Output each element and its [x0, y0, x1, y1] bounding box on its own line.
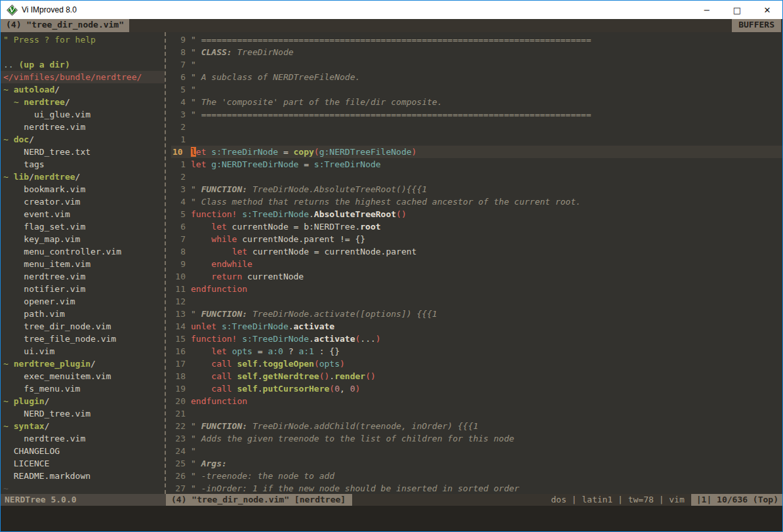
code-line[interactable]: 16 let opts = a:0 ? a:1 : {}: [171, 345, 782, 358]
code-line[interactable]: 23" Adds the given treenode to the list …: [171, 432, 782, 445]
code-line[interactable]: 14unlet s:TreeDirNode.activate: [171, 320, 782, 333]
tree-item[interactable]: [3, 46, 165, 58]
code-token-id: g:NERDTreeDirNode: [211, 159, 298, 169]
code-line[interactable]: 5function! s:TreeDirNode.AbsoluteTreeRoo…: [171, 208, 782, 220]
code-line[interactable]: 3" =====================================…: [171, 108, 782, 121]
code-line[interactable]: 27" -inOrder: 1 if the new node should b…: [171, 482, 782, 494]
tree-item[interactable]: ~ doc/: [3, 133, 165, 146]
tree-item[interactable]: tree_file_node.vim: [3, 333, 165, 345]
tree-item[interactable]: opener.vim: [3, 295, 165, 308]
tree-item[interactable]: ui_glue.vim: [3, 108, 165, 121]
tree-item[interactable]: nerdtree.vim: [3, 270, 165, 283]
tree-item[interactable]: flag_set.vim: [3, 220, 165, 233]
buffers-label[interactable]: BUFFERS: [732, 19, 781, 32]
code-line[interactable]: 1let g:NERDTreeDirNode = s:TreeDirNode: [171, 158, 782, 171]
tree-item[interactable]: bookmark.vim: [3, 183, 165, 195]
nerdtree-pane: " Press ? for help.. (up a dir)</vimfile…: [1, 32, 165, 494]
tree-item[interactable]: " Press ? for help: [3, 33, 165, 46]
code-line[interactable]: 25" Args:: [171, 457, 782, 470]
code-line[interactable]: 7": [171, 58, 782, 71]
tree-item[interactable]: exec_menuitem.vim: [3, 370, 165, 382]
command-line[interactable]: [1, 506, 782, 531]
tree-item[interactable]: .. (up a dir): [3, 58, 165, 71]
tree-item[interactable]: notifier.vim: [3, 283, 165, 295]
tree-item[interactable]: ui.vim: [3, 345, 165, 358]
code-line[interactable]: 26" -treenode: the node to add: [171, 470, 782, 482]
code-line[interactable]: 7 while currentNode.parent != {}: [171, 233, 782, 245]
tree-item[interactable]: nerdtree.vim: [3, 121, 165, 133]
code-text: ": [191, 58, 782, 71]
tree-item[interactable]: ~ nerdtree/: [3, 96, 165, 108]
tree-item[interactable]: ~ lib/nerdtree/: [3, 171, 165, 183]
tree-root-path[interactable]: </vimfiles/bundle/nerdtree/: [1, 71, 165, 83]
code-line[interactable]: 15function! s:TreeDirNode.activate(...): [171, 333, 782, 345]
tree-item[interactable]: ~ nerdtree_plugin/: [3, 358, 165, 370]
tree-item[interactable]: tree_dir_node.vim: [3, 320, 165, 333]
code-line[interactable]: 3" FUNCTION: TreeDirNode.AbsoluteTreeRoo…: [171, 183, 782, 195]
tree-item[interactable]: event.vim: [3, 208, 165, 220]
code-token-id: opts: [232, 346, 252, 356]
line-number: 7: [171, 233, 191, 245]
code-text: let opts = a:0 ? a:1 : {}: [191, 345, 782, 358]
code-text: [191, 407, 782, 420]
tree-item[interactable]: fs_menu.vim: [3, 382, 165, 395]
code-line[interactable]: 18 call self.getNerdtree().render(): [171, 370, 782, 382]
code-line[interactable]: 22" FUNCTION: TreeDirNode.addChild(treen…: [171, 420, 782, 432]
code-token-kw: call: [211, 359, 231, 369]
code-line[interactable]: 9" =====================================…: [171, 33, 782, 46]
code-token-cm: ": [191, 85, 196, 94]
minimize-button[interactable]: −: [692, 1, 722, 19]
code-line[interactable]: 8" CLASS: TreeDirNode: [171, 46, 782, 58]
tab-tree-dir-node[interactable]: (4) "tree_dir_node.vim": [1, 19, 129, 32]
tree-item[interactable]: ~: [3, 482, 165, 494]
code-line[interactable]: 4" The 'composite' part of the file/dir …: [171, 96, 782, 108]
code-line[interactable]: 21: [171, 407, 782, 420]
code-line[interactable]: 4" Class method that returns the highest…: [171, 195, 782, 208]
tree-item[interactable]: NERD_tree.txt: [3, 146, 165, 158]
tree-item[interactable]: CHANGELOG: [3, 445, 165, 457]
tree-item[interactable]: ~ autoload/: [3, 83, 165, 96]
code-token-tx: =: [278, 147, 293, 157]
code-line[interactable]: 8 let currentNode = currentNode.parent: [171, 245, 782, 258]
tree-item[interactable]: menu_item.vim: [3, 258, 165, 270]
tree-item[interactable]: ~ plugin/: [3, 395, 165, 407]
tree-item[interactable]: LICENCE: [3, 457, 165, 470]
code-line[interactable]: 11endfunction: [171, 283, 782, 295]
tree-item[interactable]: ~ syntax/: [3, 420, 165, 432]
code-line[interactable]: 24": [171, 445, 782, 457]
code-token-tx: =: [298, 159, 313, 169]
code-token-tx: .: [309, 334, 314, 344]
tabline-fill: [129, 19, 732, 32]
code-line[interactable]: 5": [171, 83, 782, 96]
code-line[interactable]: 12: [171, 295, 782, 308]
code-line[interactable]: 6" A subclass of NERDTreeFileNode.: [171, 71, 782, 83]
code-line[interactable]: 10 return currentNode: [171, 270, 782, 283]
tree-item[interactable]: tags: [3, 158, 165, 171]
code-line[interactable]: 17 call self.toggleOpen(opts): [171, 358, 782, 370]
code-line[interactable]: 2: [171, 121, 782, 133]
close-button[interactable]: ✕: [752, 1, 782, 19]
code-line[interactable]: 2: [171, 171, 782, 183]
code-line[interactable]: 20endfunction: [171, 395, 782, 407]
maximize-button[interactable]: □: [722, 1, 752, 19]
tree-item[interactable]: menu_controller.vim: [3, 245, 165, 258]
tree-item[interactable]: key_map.vim: [3, 233, 165, 245]
tree-item[interactable]: path.vim: [3, 308, 165, 320]
code-text: let g:NERDTreeDirNode = s:TreeDirNode: [191, 158, 782, 171]
code-line[interactable]: 19 call self.putCursorHere(0, 0): [171, 382, 782, 395]
code-line[interactable]: 1: [171, 133, 782, 146]
code-line[interactable]: 9 endwhile: [171, 258, 782, 270]
tree-item[interactable]: nerdtree.vim: [3, 432, 165, 445]
code-line[interactable]: 6 let currentNode = b:NERDTree.root: [171, 220, 782, 233]
title-bar[interactable]: Vi IMproved 8.0 − □ ✕: [1, 1, 782, 19]
line-number: 27: [171, 482, 191, 494]
code-token-fn: copy: [294, 147, 314, 157]
tree-item[interactable]: NERD_tree.vim: [3, 407, 165, 420]
code-line-current[interactable]: 10let s:TreeDirNode = copy(g:NERDTreeFil…: [171, 146, 782, 158]
code-line[interactable]: 13" FUNCTION: TreeDirNode.activate([opti…: [171, 308, 782, 320]
code-token-cm: " ======================================…: [191, 110, 591, 119]
tree-item[interactable]: creator.vim: [3, 195, 165, 208]
window-split-separator[interactable]: [165, 32, 171, 494]
tree-item[interactable]: README.markdown: [3, 470, 165, 482]
code-text: function! s:TreeDirNode.activate(...): [191, 333, 782, 345]
